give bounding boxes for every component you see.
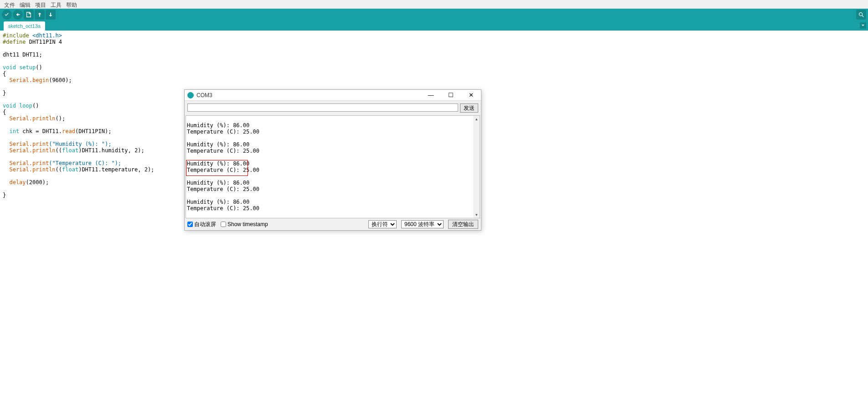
tabbar: sketch_oct13a: [0, 21, 868, 31]
toolbar: [0, 9, 868, 21]
serial-input-row: 发送: [185, 101, 481, 115]
menu-file[interactable]: 文件: [3, 1, 16, 7]
svg-point-0: [859, 13, 863, 16]
tab-sketch[interactable]: sketch_oct13a: [4, 21, 45, 31]
serial-titlebar[interactable]: COM3 — ☐ ✕: [185, 90, 481, 101]
menu-edit[interactable]: 编辑: [18, 1, 32, 7]
scrollbar[interactable]: ▴ ▾: [473, 116, 480, 200]
new-button[interactable]: [24, 10, 34, 20]
menu-tools[interactable]: 工具: [49, 1, 63, 7]
tab-dropdown-icon[interactable]: [860, 22, 866, 29]
serial-input[interactable]: [187, 103, 458, 112]
close-button[interactable]: ✕: [465, 91, 476, 100]
upload-button[interactable]: [13, 10, 23, 20]
send-button[interactable]: 发送: [460, 103, 478, 113]
maximize-button[interactable]: ☐: [445, 91, 456, 100]
menubar: 文件 编辑 项目 工具 帮助: [0, 0, 868, 9]
serial-output-text: Humidity (%): 86.00 Temperature (C): 25.…: [186, 116, 480, 200]
serial-monitor-window: COM3 — ☐ ✕ 发送 Humidity (%): 86.00 Temper…: [184, 89, 481, 200]
verify-button[interactable]: [2, 10, 12, 20]
minimize-button[interactable]: —: [425, 91, 436, 100]
menu-project[interactable]: 项目: [34, 1, 47, 7]
menu-help[interactable]: 帮助: [65, 1, 78, 7]
serial-monitor-button[interactable]: [856, 10, 866, 20]
serial-title-text: COM3: [196, 92, 212, 98]
open-button[interactable]: [35, 10, 45, 20]
save-button[interactable]: [46, 10, 56, 20]
serial-output: Humidity (%): 86.00 Temperature (C): 25.…: [186, 115, 480, 200]
arduino-icon: [187, 92, 194, 98]
scroll-up-icon[interactable]: ▴: [473, 116, 480, 122]
